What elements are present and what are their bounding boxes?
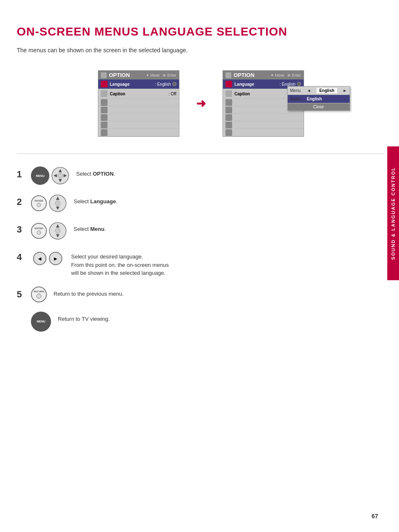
svg-point-9 [55, 201, 60, 206]
lr-nav: ◄ ► [31, 249, 64, 268]
diagrams-section: OPTION ✦ Move ⊕ Enter Language : English [17, 70, 385, 137]
step-4: 4 ◄ ► Select your desired language. From… [17, 249, 385, 277]
step-2-text: Select Language. [74, 194, 118, 206]
left-menu-header: OPTION ✦ Move ⊕ Enter [98, 71, 179, 79]
step-6: MENU Return to TV viewing. [17, 312, 385, 332]
step-4-text: Select your desired language. From this … [71, 249, 169, 277]
step-5-number: 5 [17, 290, 24, 299]
return-button[interactable]: RETURN [31, 286, 47, 302]
left-menu-caption-row: Caption : Off [98, 89, 179, 99]
popup-audio-value: English [307, 97, 322, 101]
section-divider [17, 153, 385, 154]
caption-icon [101, 90, 107, 97]
step-5-icons: RETURN [31, 286, 47, 302]
popup-right-arrow[interactable]: ► [343, 88, 347, 93]
steps-section: 1 MENU Select [17, 166, 385, 332]
enter-button-3[interactable]: ENTER [31, 223, 47, 239]
step-4-number: 4 [17, 253, 24, 262]
popup-audio-row: Audio English [288, 95, 350, 103]
popup-menu-value: English [317, 88, 337, 93]
popup-left-arrow[interactable]: ◄ [307, 88, 311, 93]
page-title: ON-SCREEN MENUS LANGUAGE SELECTION [17, 25, 385, 38]
step-3-text: Select Menu. [74, 222, 106, 233]
left-menu-header-hint: ✦ Move ⊕ Enter [146, 73, 176, 77]
svg-point-13 [55, 228, 60, 233]
right-menu-header-hint: ✦ Move ⊕ Enter [271, 73, 301, 77]
diagram-arrow: ➜ [196, 97, 206, 110]
page-subtitle: The menus can be shown on the screen in … [17, 47, 385, 54]
step-3-nav-icon [49, 222, 67, 240]
side-tab-label: SOUND & LANGUAGE CONTROL [391, 167, 396, 260]
menu-big-button[interactable]: MENU [31, 312, 51, 332]
left-menu-empty-rows [98, 99, 179, 136]
side-tab: SOUND & LANGUAGE CONTROL [387, 146, 399, 280]
left-menu-box: OPTION ✦ Move ⊕ Enter Language : English [98, 70, 179, 137]
step-3-number: 3 [17, 225, 24, 234]
popup-close-btn[interactable]: Close [288, 103, 350, 110]
step-3-icons: ENTER [31, 222, 67, 240]
step-2-nav-icon [49, 194, 67, 212]
left-menu-language-row: Language : English [98, 79, 179, 89]
step-2: 2 ENTER Select Language. [17, 194, 385, 212]
step-1-text: Select OPTION. [76, 166, 115, 178]
right-caption-icon [225, 90, 232, 97]
step-1-number: 1 [17, 170, 24, 179]
step-5: 5 RETURN Return to the previous menu. [17, 286, 385, 302]
right-language-icon [225, 81, 232, 87]
language-icon [101, 81, 107, 87]
step-3: 3 ENTER Select Menu. [17, 222, 385, 240]
step-1: 1 MENU Select [17, 166, 385, 185]
step-1-icons: MENU [31, 166, 69, 185]
right-menu-title-area: OPTION [225, 72, 255, 78]
left-arrow-btn[interactable]: ◄ [33, 252, 46, 265]
svg-point-5 [58, 173, 63, 178]
step-6-text: Return to TV viewing. [58, 312, 110, 323]
page-number: 67 [371, 513, 378, 519]
step-2-icons: ENTER [31, 194, 67, 212]
menu-button[interactable]: MENU [31, 166, 49, 185]
step-5-text: Return to the previous menu. [54, 286, 124, 298]
popup-menu-row: Menu ◄ English ► [288, 87, 350, 95]
step-2-number: 2 [17, 197, 24, 207]
right-menu-container: OPTION ✦ Move ⊕ Enter Language : English [223, 70, 304, 137]
enter-button-2[interactable]: ENTER [31, 195, 47, 211]
language-popup: Menu ◄ English ► Audio English Close [287, 86, 350, 111]
step-6-number [17, 315, 24, 324]
step-6-icons: MENU [31, 312, 51, 332]
step-1-nav-icon [51, 166, 69, 185]
left-menu-title: OPTION [101, 72, 130, 78]
right-menu-header: OPTION ✦ Move ⊕ Enter [223, 71, 304, 79]
main-content: ON-SCREEN MENUS LANGUAGE SELECTION The m… [17, 25, 385, 341]
step-4-icons: ◄ ► [31, 249, 64, 268]
right-arrow-btn[interactable]: ► [49, 252, 62, 265]
